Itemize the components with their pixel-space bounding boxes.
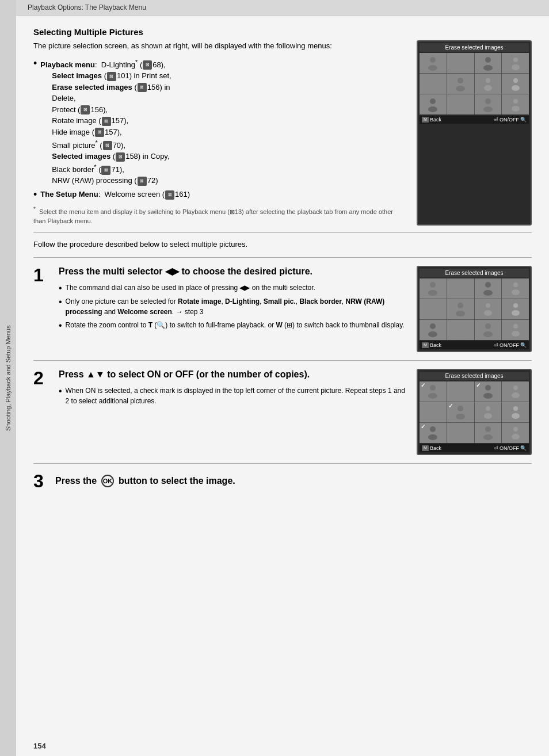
svg-point-69 <box>483 434 493 440</box>
erase-images-line: Erase selected images (⊠156) in <box>40 83 170 91</box>
svg-point-20 <box>485 98 491 104</box>
s1-cell-3 <box>475 278 502 299</box>
s2-cell-7 <box>475 402 502 422</box>
camera-toolbar-step1: M Back ⏎ ON/OFF 🔍 <box>420 341 529 349</box>
menu-back-btn-s2: M Back <box>422 445 441 451</box>
svg-point-60 <box>486 406 490 411</box>
footnote-section: * Select the menu item and display it by… <box>33 205 405 226</box>
step2-number: 2 <box>33 369 51 387</box>
ref-icon-157a: ⊠ <box>102 117 111 126</box>
footnote-asterisk: * <box>33 206 36 212</box>
intro-text: The picture selection screen, as shown a… <box>33 40 405 52</box>
svg-point-17 <box>428 106 437 112</box>
section-title: Selecting Multiple Pictures <box>33 27 532 37</box>
ref-icon-157b: ⊠ <box>95 128 104 137</box>
onoff-label-s1: ON/OFF <box>500 342 519 348</box>
svg-point-22 <box>513 99 518 104</box>
step1-bullet-3: • Rotate the zoom control to T (🔍) to sw… <box>59 320 409 331</box>
step1-number: 1 <box>33 266 51 284</box>
on-off-btn-s1: ⏎ ON/OFF 🔍 <box>494 342 527 348</box>
bullet-dot-1: • <box>33 58 37 186</box>
step3-number: 3 <box>33 472 51 490</box>
svg-point-55 <box>512 392 520 398</box>
svg-point-59 <box>456 414 465 419</box>
step1-title: Press the multi selector ◀▶ to choose th… <box>59 266 409 278</box>
svg-point-49 <box>428 393 437 399</box>
svg-point-71 <box>512 434 520 440</box>
step3-section: 3 Press the OK button to select the imag… <box>33 463 532 490</box>
svg-point-13 <box>484 85 492 91</box>
header-title: Playback Options: The Playback Menu <box>28 3 146 12</box>
bullet-setup-menu: • The Setup Menu: Welcome screen (⊠161) <box>33 189 405 201</box>
step2-bullet-dot-1: • <box>59 385 62 406</box>
bullet-dot-2: • <box>33 189 37 201</box>
camera-cell-6 <box>447 74 474 94</box>
camera-screen-title-step1: Erase selected images <box>420 269 529 277</box>
svg-point-50 <box>458 385 463 390</box>
camera-cell-12 <box>502 94 529 114</box>
svg-point-29 <box>483 290 493 296</box>
nrw-line: NRW (RAW) processing (⊠72) <box>40 176 158 185</box>
step1-bullet-dot-3: • <box>59 320 62 331</box>
page-body: Selecting Multiple Pictures The picture … <box>16 16 549 736</box>
sidebar-label: Shooting, Playback and Setup Menus <box>0 0 16 756</box>
svg-point-7 <box>512 64 520 70</box>
playback-menu-label: Playback menu <box>40 60 95 69</box>
camera-screen-title-top: Erase selected images <box>420 43 529 52</box>
svg-point-61 <box>484 413 492 419</box>
step3-text-suffix: button to select the image. <box>119 476 235 486</box>
bullet-content-1: Playback menu: D-Lighting* (⊠68), Select… <box>40 58 405 186</box>
s1-cell-5 <box>420 299 447 319</box>
svg-point-32 <box>430 303 435 308</box>
svg-point-62 <box>513 406 518 411</box>
step2-section: 2 Press ▲▼ to select ON or OFF (or the n… <box>33 360 532 455</box>
svg-point-67 <box>456 434 464 440</box>
svg-point-28 <box>485 282 491 288</box>
svg-point-30 <box>513 282 518 287</box>
svg-point-4 <box>485 57 491 63</box>
svg-point-41 <box>428 331 437 337</box>
camera-cell-9 <box>420 94 447 114</box>
svg-point-12 <box>486 78 490 83</box>
top-section: The picture selection screen, as shown a… <box>33 40 532 226</box>
black-border-line: Black border* (⊠71), <box>40 165 124 174</box>
svg-point-58 <box>458 406 463 411</box>
camera-toolbar-step2: M Back ⏎ ON/OFF 🔍 <box>420 444 529 452</box>
rotate-line: Rotate image (⊠157), <box>40 116 128 125</box>
s1-cell-11 <box>475 320 502 340</box>
svg-point-64 <box>430 426 436 432</box>
svg-point-54 <box>513 385 518 390</box>
svg-point-66 <box>458 427 463 432</box>
camera-toolbar-top: M Back ⏎ ON/OFF 🔍 <box>420 116 529 124</box>
zoom-icon-s2: 🔍 <box>520 445 527 451</box>
s2-cell-9 <box>420 423 447 443</box>
camera-cell-8 <box>502 74 529 94</box>
svg-point-46 <box>513 324 518 329</box>
svg-point-52 <box>485 385 491 391</box>
svg-point-40 <box>430 323 436 329</box>
svg-point-9 <box>429 85 437 91</box>
menu-icon-s2: M <box>422 445 429 451</box>
setup-menu-label: The Setup Menu <box>40 190 98 198</box>
back-label-s2: Back <box>430 445 441 451</box>
camera-cell-11 <box>475 94 502 114</box>
camera-cell-4 <box>502 53 529 73</box>
step2-screen: Erase selected images <box>417 369 532 455</box>
svg-point-27 <box>456 290 464 295</box>
camera-screen-title-step2: Erase selected images <box>420 372 529 380</box>
camera-cell-5 <box>420 74 447 94</box>
svg-point-19 <box>456 106 464 112</box>
step1-screen: Erase selected images <box>417 266 532 352</box>
delete-line: Delete, <box>40 94 75 102</box>
select-images-line: Select images (⊠101) in Print set, <box>40 71 171 80</box>
svg-point-8 <box>430 78 435 83</box>
svg-point-47 <box>512 331 520 337</box>
step1-header: 1 Press the multi selector ◀▶ to choose … <box>33 266 532 352</box>
svg-point-36 <box>486 303 490 308</box>
header-bar: Playback Options: The Playback Menu <box>16 0 549 16</box>
main-bullet-list: • Playback menu: D-Lighting* (⊠68), Sele… <box>33 58 405 201</box>
camera-screen-step2: Erase selected images <box>417 369 532 455</box>
step2-title: Press ▲▼ to select ON or OFF (or the num… <box>59 369 409 381</box>
s1-cell-8 <box>502 299 529 319</box>
menu-icon-top: M <box>422 117 429 123</box>
